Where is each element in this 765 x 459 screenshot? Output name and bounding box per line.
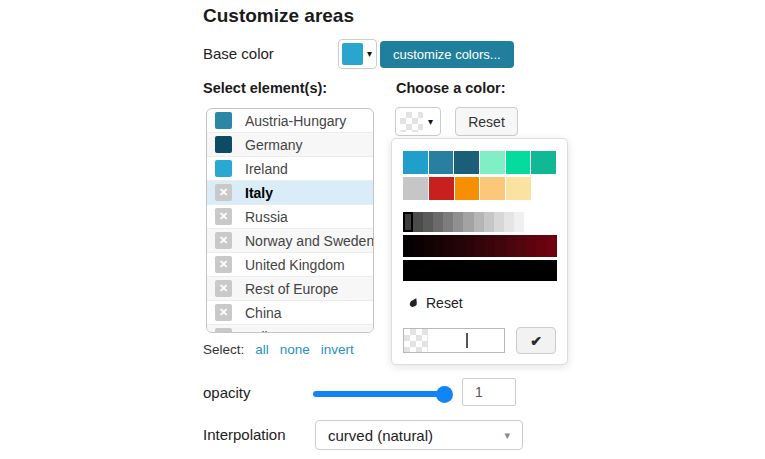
picker-reset-label: Reset: [426, 295, 463, 311]
red-ramp: [403, 235, 557, 257]
x-swatch-icon: ✕: [215, 304, 232, 321]
ramp-cell[interactable]: [506, 235, 516, 257]
ramp-cell[interactable]: [547, 235, 557, 257]
page-title: Customize areas: [203, 5, 354, 27]
element-list: Austria-HungaryGermanyIreland✕Italy✕Russ…: [206, 108, 374, 333]
list-item[interactable]: ✕Norway and Sweden: [207, 229, 373, 253]
palette-swatch[interactable]: [403, 151, 428, 174]
ramp-cell[interactable]: [443, 212, 453, 232]
palette-swatch[interactable]: [531, 151, 556, 174]
grayscale-ramp: [403, 212, 524, 232]
color-hex-input[interactable]: [428, 329, 504, 352]
color-picker-popup: Reset ✔: [391, 138, 568, 365]
customize-areas-panel: Customize areas Base color ▾ customize c…: [0, 0, 765, 459]
palette-swatch[interactable]: [480, 177, 505, 200]
ramp-cell[interactable]: [474, 212, 484, 232]
ramp-cell[interactable]: [423, 212, 433, 232]
ramp-cell[interactable]: [485, 235, 495, 257]
ramp-cell[interactable]: [424, 235, 434, 257]
palette-swatch[interactable]: [506, 151, 531, 174]
list-item[interactable]: ✕United Kingdom: [207, 253, 373, 277]
transparent-swatch: [400, 112, 423, 132]
slider-thumb[interactable]: [436, 386, 453, 403]
black-bar-swatch[interactable]: [403, 260, 557, 281]
palette-swatch[interactable]: [403, 177, 428, 200]
ramp-cell[interactable]: [434, 235, 444, 257]
x-swatch-icon: ✕: [215, 328, 232, 333]
select-links-label: Select:: [203, 342, 244, 357]
ramp-cell[interactable]: [504, 212, 514, 232]
list-item[interactable]: ✕Russia: [207, 205, 373, 229]
ramp-cell[interactable]: [514, 212, 524, 232]
palette-swatch[interactable]: [455, 177, 480, 200]
list-item-label: Rest of Europe: [245, 281, 338, 297]
opacity-label: opacity: [203, 384, 251, 401]
ramp-cell[interactable]: [454, 235, 464, 257]
select-all-link[interactable]: all: [255, 342, 269, 357]
ramp-cell[interactable]: [536, 235, 546, 257]
chevron-down-icon: ▾: [504, 430, 510, 441]
ramp-cell[interactable]: [465, 235, 475, 257]
list-item[interactable]: Austria-Hungary: [207, 109, 373, 133]
base-color-dropdown[interactable]: ▾: [338, 39, 377, 69]
text-caret: [466, 333, 468, 348]
ramp-cell[interactable]: [484, 212, 494, 232]
list-item-label: Italy: [245, 185, 273, 201]
ramp-cell[interactable]: [463, 212, 473, 232]
list-item[interactable]: ✕Rest of Europe: [207, 277, 373, 301]
hex-input-group: [403, 328, 505, 353]
palette-swatch[interactable]: [429, 177, 454, 200]
ramp-cell[interactable]: [444, 235, 454, 257]
select-none-link[interactable]: none: [280, 342, 310, 357]
ramp-cell[interactable]: [403, 212, 413, 232]
palette-swatch[interactable]: [454, 151, 479, 174]
ramp-cell[interactable]: [403, 235, 413, 257]
ramp-cell[interactable]: [495, 235, 505, 257]
interpolation-value: curved (natural): [328, 427, 504, 444]
list-item-label: Germany: [245, 137, 303, 153]
base-color-swatch: [342, 43, 363, 65]
x-swatch-icon: ✕: [215, 232, 232, 249]
opacity-value-input[interactable]: [462, 378, 516, 406]
check-icon: ✔: [530, 333, 542, 349]
list-item[interactable]: ✕China: [207, 301, 373, 325]
palette-swatch[interactable]: [506, 177, 531, 200]
list-item-label: Russia: [245, 209, 288, 225]
ramp-cell[interactable]: [516, 235, 526, 257]
choose-color-heading: Choose a color:: [396, 80, 506, 96]
ramp-cell[interactable]: [433, 212, 443, 232]
list-item-label: Ireland: [245, 161, 288, 177]
apply-color-button[interactable]: ✔: [516, 327, 556, 354]
picker-reset-link[interactable]: Reset: [407, 295, 556, 311]
base-color-label: Base color: [203, 45, 274, 62]
palette-swatch[interactable]: [480, 151, 505, 174]
list-item[interactable]: Germany: [207, 133, 373, 157]
current-color-dropdown[interactable]: ▾: [395, 107, 441, 136]
opacity-slider[interactable]: [313, 386, 450, 402]
ramp-cell[interactable]: [453, 212, 463, 232]
ramp-cell[interactable]: [475, 235, 485, 257]
palette-swatch[interactable]: [429, 151, 454, 174]
select-links: Select: all none invert: [203, 342, 354, 357]
list-item-label: Austria-Hungary: [245, 113, 346, 129]
chevron-down-icon: ▾: [367, 49, 372, 59]
slider-track: [313, 391, 450, 397]
ramp-cell[interactable]: [413, 212, 423, 232]
list-item[interactable]: ✕India: [207, 325, 373, 333]
ramp-cell[interactable]: [494, 212, 504, 232]
select-invert-link[interactable]: invert: [321, 342, 354, 357]
customize-colors-button[interactable]: customize colors...: [380, 41, 514, 68]
list-item[interactable]: ✕Italy: [207, 181, 373, 205]
color-swatch: [215, 112, 232, 129]
chevron-down-icon: ▾: [428, 117, 433, 127]
ramp-cell[interactable]: [526, 235, 536, 257]
ramp-cell[interactable]: [413, 235, 423, 257]
reset-color-button[interactable]: Reset: [455, 107, 518, 136]
color-swatch: [215, 136, 232, 153]
droplet-slash-icon: [407, 296, 420, 311]
list-item[interactable]: Ireland: [207, 157, 373, 181]
color-swatch: [215, 160, 232, 177]
x-swatch-icon: ✕: [215, 208, 232, 225]
interpolation-select[interactable]: curved (natural) ▾: [315, 420, 523, 450]
picker-bottom-row: ✔: [403, 327, 556, 354]
